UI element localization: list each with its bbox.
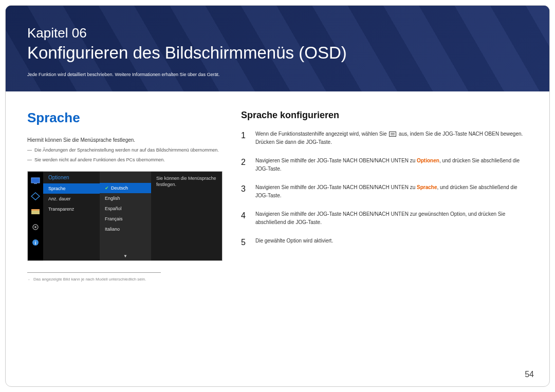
osd-lang-espanol: Español <box>100 203 151 214</box>
section-heading-sprache: Sprache <box>27 110 223 126</box>
svg-marker-2 <box>31 193 40 200</box>
picture-icon <box>31 208 40 216</box>
osd-item-sprache: Sprache <box>43 183 100 194</box>
diamond-icon <box>31 192 40 200</box>
osd-menu-title: Optionen <box>43 172 100 183</box>
left-column: Sprache Hiermit können Sie die Menüsprac… <box>27 110 223 282</box>
step-text: Navigieren Sie mithilfe der JOG-Taste NA… <box>255 182 528 200</box>
osd-help-text: Sie können die Menüsprache festlegen. <box>151 172 222 260</box>
osd-menu-languages: ✔ Deutsch English Español Français Itali… <box>100 172 151 260</box>
osd-screenshot: i Optionen Sprache Anz. dauer Transparen… <box>27 171 223 261</box>
step-number: 4 <box>241 209 248 227</box>
right-column: Sprache konfigurieren 1 Wenn die Funktio… <box>241 110 528 282</box>
osd-lang-italiano: Italiano <box>100 224 151 234</box>
osd-item-transparenz: Transparenz <box>43 204 100 214</box>
page-number: 54 <box>525 370 534 379</box>
footnote: Das angezeigte Bild kann je nach Modell … <box>27 277 223 282</box>
step-text: Die gewählte Option wird aktiviert. <box>255 236 528 249</box>
osd-lang-francais: Français <box>100 214 151 224</box>
osd-menu-primary: Optionen Sprache Anz. dauer Transparenz <box>43 172 100 260</box>
monitor-icon <box>31 177 40 185</box>
note-1: Die Änderungen der Spracheinstellung wer… <box>27 147 223 154</box>
osd-icon-column: i <box>28 172 43 260</box>
highlight-sprache: Sprache <box>417 184 437 190</box>
gear-icon <box>31 223 40 231</box>
menu-icon <box>389 132 396 137</box>
step-number: 3 <box>241 182 248 200</box>
step-text: Navigieren Sie mithilfe der JOG-Taste NA… <box>255 209 528 227</box>
footnote-rule <box>27 272 161 273</box>
info-icon: i <box>31 238 40 247</box>
step-5: 5 Die gewählte Option wird aktiviert. <box>241 236 528 249</box>
svg-rect-4 <box>31 209 40 211</box>
step-number: 5 <box>241 236 248 249</box>
chapter-header: Kapitel 06 Konfigurieren des Bildschirmm… <box>6 6 549 91</box>
subsection-heading: Sprache konfigurieren <box>241 110 528 121</box>
step-number: 2 <box>241 156 248 173</box>
osd-lang-deutsch: ✔ Deutsch <box>100 183 151 193</box>
osd-lang-label: Deutsch <box>111 185 128 191</box>
step-text: Wenn die Funktionstastenhilfe angezeigt … <box>255 129 528 146</box>
osd-item-anzdauer: Anz. dauer <box>43 194 100 204</box>
step-2: 2 Navigieren Sie mithilfe der JOG-Taste … <box>241 156 528 173</box>
svg-rect-1 <box>34 183 37 184</box>
svg-rect-0 <box>31 178 40 183</box>
svg-point-6 <box>34 226 36 228</box>
step-number: 1 <box>241 129 248 146</box>
step-4: 4 Navigieren Sie mithilfe der JOG-Taste … <box>241 209 528 227</box>
chapter-subtitle: Jede Funktion wird detailliert beschrieb… <box>27 72 528 77</box>
note-2: Sie werden nicht auf andere Funktionen d… <box>27 157 223 163</box>
chapter-label: Kapitel 06 <box>27 25 528 41</box>
step-1: 1 Wenn die Funktionstastenhilfe angezeig… <box>241 129 528 146</box>
step-3: 3 Navigieren Sie mithilfe der JOG-Taste … <box>241 182 528 200</box>
chevron-down-icon: ▼ <box>123 254 127 258</box>
highlight-optionen: Optionen <box>417 158 439 163</box>
osd-lang-english: English <box>100 193 151 203</box>
chapter-title: Konfigurieren des Bildschirmmenüs (OSD) <box>27 43 528 63</box>
step-text: Navigieren Sie mithilfe der JOG-Taste NA… <box>255 156 528 173</box>
section-description: Hiermit können Sie die Menüsprache festl… <box>27 137 223 143</box>
svg-text:i: i <box>35 240 36 246</box>
check-icon: ✔ <box>105 185 109 191</box>
